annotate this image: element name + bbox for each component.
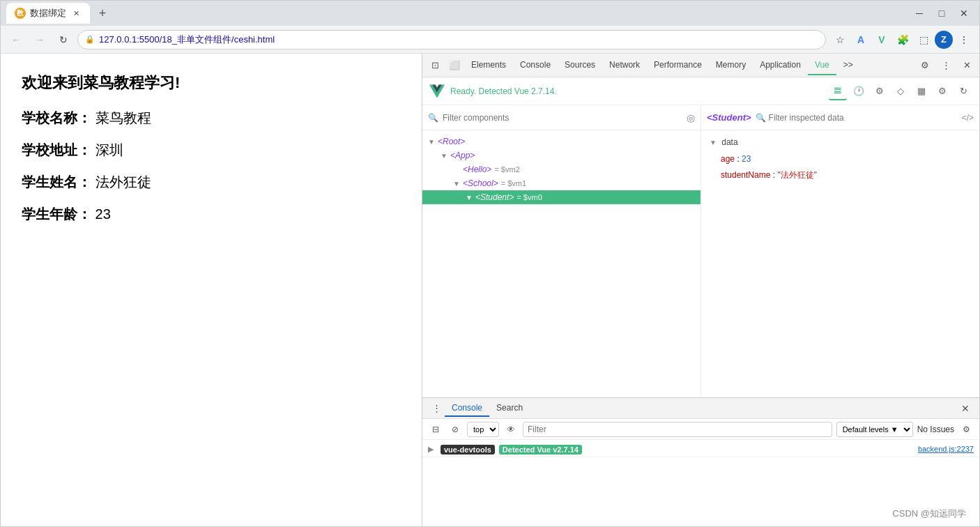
- tab-title: 数据绑定: [30, 7, 66, 20]
- vue-main: 🔍 ◎ ▼ <Root>: [422, 105, 979, 397]
- student-name-value: 法外狂徒: [95, 174, 151, 190]
- close-button[interactable]: ✕: [954, 3, 974, 23]
- school-address-value: 深圳: [95, 142, 123, 158]
- new-tab-button[interactable]: +: [93, 3, 112, 23]
- data-value-studentname: "法外狂徒": [777, 170, 817, 180]
- tab-close-button[interactable]: ✕: [70, 8, 82, 19]
- tree-item-school[interactable]: ▼ <School> = $vm1: [422, 176, 700, 190]
- minimize-button[interactable]: ─: [910, 3, 929, 23]
- url-bar[interactable]: 🔒 127.0.0.1:5500/18_非单文件组件/ceshi.html: [77, 30, 826, 49]
- tree-content: ▼ <Root> ▼ <App>: [422, 130, 700, 397]
- inspector-search-input[interactable]: [769, 113, 958, 123]
- tab-network[interactable]: Network: [602, 56, 647, 75]
- tree-arrow-school: ▼: [453, 180, 463, 188]
- active-tab[interactable]: 数 数据绑定 ✕: [6, 3, 90, 24]
- devtools-inspect-icon[interactable]: ⊡: [425, 56, 445, 75]
- inspector-header: <Student> 🔍 </>: [701, 105, 979, 130]
- tree-tag-app: <App>: [450, 151, 475, 160]
- console-tab-console[interactable]: Console: [445, 400, 489, 417]
- vue-refresh-btn[interactable]: ↻: [954, 82, 972, 100]
- tab-performance[interactable]: Performance: [647, 56, 709, 75]
- extensions-icon[interactable]: 🧩: [893, 30, 912, 49]
- vue-component-tree-btn[interactable]: 𝌆: [829, 82, 847, 100]
- vue-extension-icon[interactable]: V: [872, 30, 891, 49]
- vue-timeline-btn[interactable]: 🕐: [850, 82, 868, 100]
- reload-button[interactable]: ↻: [54, 30, 73, 49]
- tab-memory[interactable]: Memory: [709, 56, 753, 75]
- title-bar: 数 数据绑定 ✕ + ─ □ ✕: [1, 1, 979, 26]
- tree-arrow-root: ▼: [428, 138, 438, 146]
- console-clear-btn[interactable]: ⊘: [447, 422, 463, 437]
- user-avatar[interactable]: Z: [935, 31, 953, 49]
- school-name-label: 学校名称：: [22, 110, 91, 125]
- student-name-label: 学生姓名：: [22, 174, 91, 190]
- tab-sources[interactable]: Sources: [558, 56, 602, 75]
- url-text: 127.0.0.1:5500/18_非单文件组件/ceshi.html: [99, 33, 818, 46]
- console-eye-icon[interactable]: 👁: [503, 422, 519, 437]
- devtools-tab-actions: ⚙ ⋮ ✕: [915, 56, 977, 75]
- tree-item-root[interactable]: ▼ <Root>: [422, 135, 700, 148]
- data-item-age: age : 23: [710, 151, 971, 167]
- inspector-component-name: <Student>: [707, 112, 751, 123]
- csdn-watermark: CSDN @知远同学: [892, 507, 966, 520]
- back-button[interactable]: ←: [6, 30, 26, 49]
- devtools-more-icon[interactable]: ⋮: [936, 56, 956, 75]
- component-tree: 🔍 ◎ ▼ <Root>: [422, 105, 701, 397]
- maximize-button[interactable]: □: [932, 3, 951, 23]
- main-area: 欢迎来到菜鸟教程学习! 学校名称： 菜鸟教程 学校地址： 深圳 学生姓名： 法外…: [1, 54, 979, 526]
- tab-application[interactable]: Application: [753, 56, 808, 75]
- console-tab-search[interactable]: Search: [489, 400, 530, 417]
- devtools-settings-icon[interactable]: ⚙: [915, 56, 935, 75]
- devtools-close-icon[interactable]: ✕: [957, 56, 977, 75]
- console-level-select[interactable]: Default levels ▼: [836, 422, 913, 437]
- student-age-label: 学生年龄：: [22, 206, 91, 222]
- vue-toolbar-icons: 𝌆 🕐 ⚙ ◇ ▦ ⚙ ↻: [829, 82, 972, 100]
- data-item-studentname: studentName : "法外狂徒": [710, 167, 971, 183]
- data-key-studentname: studentName: [721, 170, 770, 180]
- vue-settings-btn[interactable]: ⚙: [933, 82, 951, 100]
- tree-search-input[interactable]: [443, 113, 682, 123]
- console-sidebar-toggle[interactable]: ⊟: [428, 422, 443, 437]
- lock-icon: 🔒: [85, 35, 95, 44]
- window-controls: ─ □ ✕: [910, 3, 974, 23]
- console-menu-icon[interactable]: ⋮: [428, 400, 445, 417]
- console-close-button[interactable]: ✕: [957, 400, 974, 417]
- tab-favicon: 数: [15, 8, 26, 19]
- tree-tag-hello: <Hello>: [463, 165, 491, 174]
- bookmark-icon[interactable]: ☆: [830, 30, 850, 49]
- vue-router-btn[interactable]: ◇: [891, 82, 910, 100]
- tab-more[interactable]: >>: [836, 56, 860, 75]
- inspector-content: ▼ data age : 23 studentName :: [701, 130, 979, 397]
- browser-toolbar-icons: ☆ A V 🧩 ⬚ Z ⋮: [830, 30, 974, 49]
- welcome-text: 欢迎来到菜鸟教程学习!: [22, 68, 401, 98]
- vue-devtools: Ready. Detected Vue 2.7.14. 𝌆 🕐 ⚙ ◇ ▦ ⚙ …: [422, 77, 979, 526]
- log-expand-arrow[interactable]: ▶: [428, 445, 436, 454]
- devtools-device-icon[interactable]: ⬜: [445, 56, 464, 75]
- tree-item-hello[interactable]: <Hello> = $vm2: [422, 162, 700, 176]
- tree-item-student[interactable]: ▼ <Student> = $vm0: [422, 190, 700, 204]
- translate-icon[interactable]: A: [851, 30, 871, 49]
- school-address-label: 学校地址：: [22, 142, 91, 158]
- inspector-code-button[interactable]: </>: [962, 113, 974, 123]
- school-name-value: 菜鸟教程: [95, 110, 151, 125]
- console-context-select[interactable]: top: [467, 422, 499, 437]
- tab-elements[interactable]: Elements: [464, 56, 513, 75]
- vue-pinia-btn[interactable]: ⚙: [871, 82, 889, 100]
- tab-console[interactable]: Console: [513, 56, 558, 75]
- console-tabs: ⋮ Console Search ✕: [422, 398, 979, 419]
- data-section-label: ▼ data: [710, 137, 971, 147]
- log-source-link[interactable]: backend.js:2237: [918, 445, 974, 453]
- tree-tag-root: <Root>: [438, 137, 465, 146]
- address-bar: ← → ↻ 🔒 127.0.0.1:5500/18_非单文件组件/ceshi.h…: [1, 26, 979, 54]
- profile-icon[interactable]: ⬚: [914, 30, 933, 49]
- console-filter-input[interactable]: [523, 422, 832, 437]
- console-settings-icon[interactable]: ⚙: [958, 422, 974, 437]
- tree-search-bar: 🔍 ◎: [422, 105, 700, 130]
- tab-vue[interactable]: Vue: [808, 56, 836, 75]
- vue-performance-btn[interactable]: ▦: [912, 82, 931, 100]
- forward-button[interactable]: →: [30, 30, 49, 49]
- tree-refresh-icon[interactable]: ◎: [687, 112, 695, 123]
- menu-icon[interactable]: ⋮: [954, 30, 974, 49]
- data-key-age: age: [721, 154, 735, 164]
- tree-item-app[interactable]: ▼ <App>: [422, 148, 700, 162]
